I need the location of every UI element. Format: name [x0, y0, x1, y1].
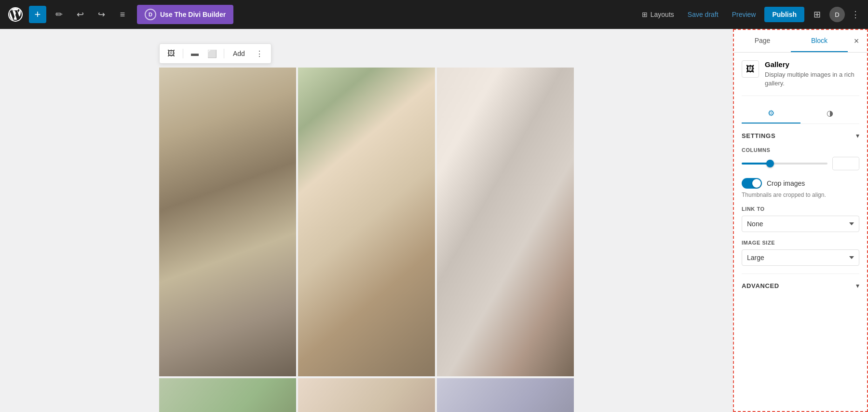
gallery-block [159, 68, 574, 412]
slider-row: ▲ ▼ [742, 157, 859, 170]
image-size-select[interactable]: Thumbnail Medium Large Full Size [742, 249, 859, 266]
edit-button[interactable]: ✏ [50, 6, 68, 23]
sidebar-close-button[interactable]: × [848, 32, 865, 50]
advanced-chevron-button[interactable]: ▾ [856, 282, 859, 289]
block-toolbar: 🖼 ▬ ⬜ Add ⋮ [159, 43, 271, 64]
settings-section: Settings ▾ COLUMNS ▲ [742, 132, 859, 266]
columns-slider[interactable] [742, 163, 827, 165]
toolbar-divider [183, 49, 183, 58]
crop-images-toggle[interactable] [742, 178, 762, 189]
sidebar: Page Block × 🖼 Gallery Display multiple … [733, 29, 868, 412]
redo-button[interactable]: ↪ [93, 6, 110, 23]
add-block-button[interactable]: + [29, 6, 46, 23]
block-description: Display multiple images in a rich galler… [765, 70, 859, 88]
crop-images-hint: Thumbnails are cropped to align. [742, 192, 859, 198]
gallery-image-5[interactable] [298, 378, 435, 412]
columns-value-input[interactable] [833, 158, 859, 169]
list-view-button[interactable]: ≡ [114, 6, 131, 23]
editor-content: 🖼 ▬ ⬜ Add ⋮ [0, 29, 733, 412]
advanced-label: Advanced [742, 282, 779, 289]
slider-thumb [766, 160, 774, 167]
style-icon: ◑ [827, 109, 833, 118]
gallery-image-1[interactable] [159, 68, 296, 376]
divi-logo-icon: D [145, 9, 156, 20]
crop-images-field-group: Crop images Thumbnails are cropped to al… [742, 178, 859, 198]
advanced-section: Advanced ▾ [742, 274, 859, 289]
link-to-field-group: LINK TO None Media File Attachment Page [742, 206, 859, 232]
gallery-image-4[interactable] [159, 378, 296, 412]
full-view-button[interactable]: ⬜ [204, 46, 220, 61]
layouts-icon: ⊞ [642, 11, 648, 18]
sidebar-body: 🖼 Gallery Display multiple images in a r… [734, 53, 867, 411]
save-draft-button[interactable]: Save draft [683, 8, 723, 21]
columns-field-group: COLUMNS ▲ ▼ [742, 147, 859, 170]
layouts-button[interactable]: ⊞ Layouts [637, 8, 679, 21]
settings-label: Settings [742, 132, 775, 139]
preview-button[interactable]: Preview [727, 8, 761, 21]
image-view-button[interactable]: 🖼 [163, 46, 179, 61]
toggle-sidebar-button[interactable]: ⊞ [808, 6, 826, 23]
editor-area: 🖼 ▬ ⬜ Add ⋮ [0, 29, 733, 412]
publish-button[interactable]: Publish [764, 7, 804, 22]
gallery-grid [159, 68, 574, 376]
block-info: 🖼 Gallery Display multiple images in a r… [742, 60, 859, 96]
image-size-field-group: IMAGE SIZE Thumbnail Medium Large Full S… [742, 240, 859, 266]
settings-icon: ⚙ [768, 109, 774, 118]
settings-collapse-button[interactable]: ▾ [856, 132, 859, 139]
undo-button[interactable]: ↩ [71, 6, 89, 23]
tab-page[interactable]: Page [734, 30, 791, 52]
divi-builder-button[interactable]: D Use The Divi Builder [137, 5, 233, 24]
block-title: Gallery [765, 60, 859, 69]
wp-logo[interactable] [6, 5, 25, 24]
gallery-block-icon: 🖼 [742, 60, 759, 78]
gallery-image-6[interactable] [437, 378, 574, 412]
toggle-row: Crop images [742, 178, 859, 189]
columns-label: COLUMNS [742, 147, 859, 153]
toolbar-divider-2 [224, 49, 224, 58]
image-size-label: IMAGE SIZE [742, 240, 859, 246]
link-to-select[interactable]: None Media File Attachment Page [742, 216, 859, 232]
divi-button-label: Use The Divi Builder [160, 11, 226, 18]
toggle-thumb [752, 179, 761, 188]
block-info-text: Gallery Display multiple images in a ric… [765, 60, 859, 88]
wide-view-button[interactable]: ▬ [187, 46, 203, 61]
main-layout: 🖼 ▬ ⬜ Add ⋮ [0, 29, 868, 412]
tab-block[interactable]: Block [791, 30, 848, 52]
gallery-icon: 🖼 [746, 64, 755, 74]
gallery-image-3[interactable] [437, 68, 574, 376]
more-toolbar-button[interactable]: ⋮ [252, 46, 267, 61]
more-options-button[interactable]: ⋮ [849, 8, 862, 21]
gallery-image-2[interactable] [298, 68, 435, 376]
style-tab-styles[interactable]: ◑ [800, 104, 859, 124]
advanced-header[interactable]: Advanced ▾ [742, 282, 859, 289]
columns-number-input[interactable]: ▲ ▼ [832, 157, 859, 170]
link-to-label: LINK TO [742, 206, 859, 212]
avatar-button[interactable]: D [829, 7, 845, 22]
style-tabs: ⚙ ◑ [742, 104, 859, 124]
sidebar-header: Page Block × [734, 30, 867, 53]
gallery-grid-row2 [159, 378, 574, 412]
crop-images-label: Crop images [767, 179, 805, 187]
topbar: + ✏ ↩ ↪ ≡ D Use The Divi Builder ⊞ Layou… [0, 0, 868, 29]
settings-header: Settings ▾ [742, 132, 859, 139]
style-tab-settings[interactable]: ⚙ [742, 104, 800, 124]
add-images-button[interactable]: Add [228, 48, 250, 59]
layouts-label: Layouts [651, 11, 674, 18]
